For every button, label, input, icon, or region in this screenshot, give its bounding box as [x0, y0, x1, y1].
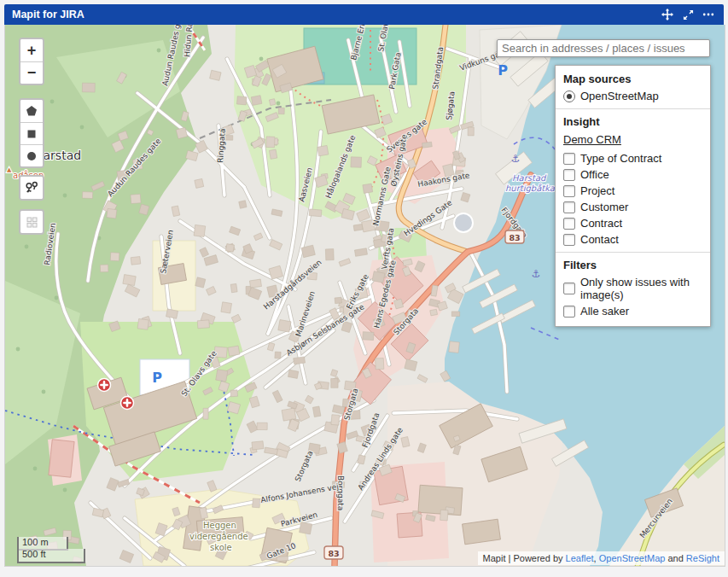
- checkbox-label: Contract: [580, 217, 622, 230]
- checkbox-box[interactable]: [563, 283, 575, 294]
- place-label: skole: [210, 543, 232, 552]
- place-label: ▲: [7, 166, 12, 173]
- scale-imperial: 500 ft: [17, 549, 85, 563]
- checkbox-label: Project: [580, 184, 614, 197]
- map-container[interactable]: StrandgataVidkuns gateSjøgataSverres gat…: [4, 25, 725, 567]
- panel-divider: [556, 108, 710, 109]
- checkbox-label: Only show issues with image(s): [580, 276, 702, 301]
- move-icon[interactable]: [660, 8, 675, 21]
- checkbox-contract[interactable]: Contract: [563, 217, 702, 230]
- filters-checkbox-list: Only show issues with image(s)Alle saker: [563, 276, 702, 318]
- anchor-icon: ⚓: [532, 268, 541, 280]
- resight-link[interactable]: ReSight: [686, 553, 719, 563]
- checkbox-label: Type of Contract: [580, 152, 661, 165]
- openstreetmap-link[interactable]: OpenStreetMap: [599, 553, 666, 563]
- draw-rectangle-button[interactable]: [20, 122, 43, 144]
- svg-text:83: 83: [328, 549, 339, 558]
- scale-control: 100 m 500 ft: [17, 537, 85, 564]
- place-label: Heggen: [203, 521, 236, 530]
- draw-toolbar: [19, 98, 44, 168]
- map-sources-title: Map sources: [563, 73, 702, 85]
- checkbox-box[interactable]: [563, 185, 575, 197]
- checkbox-contact[interactable]: Contact: [563, 233, 702, 246]
- checkbox-box[interactable]: [563, 153, 575, 165]
- gadget-title: Mapit for JIRA: [12, 9, 655, 20]
- more-menu-icon[interactable]: [701, 8, 716, 21]
- parking-icon: P: [152, 370, 162, 386]
- checkbox-customer[interactable]: Customer: [563, 201, 702, 213]
- draw-polygon-button[interactable]: [20, 100, 43, 122]
- grid-toolbar: [19, 209, 44, 235]
- checkbox-label: Customer: [580, 201, 628, 213]
- grid-tool-button[interactable]: [20, 211, 43, 233]
- route-shield: 83: [324, 546, 343, 559]
- gadget-header: Mapit for JIRA: [4, 4, 724, 25]
- search-input[interactable]: [497, 39, 710, 57]
- checkbox-label: Alle saker: [580, 305, 629, 318]
- place-label: videregående: [189, 531, 248, 541]
- street-label: Borggata: [336, 475, 345, 510]
- attribution-prefix: Mapit | Powered by: [483, 553, 566, 563]
- checkbox-box[interactable]: [563, 218, 575, 230]
- place-label: hurtigbåtkai: [505, 184, 558, 194]
- panel-divider: [556, 252, 710, 253]
- checkbox-office[interactable]: Office: [563, 168, 702, 181]
- anchor-icon: ⚓: [511, 153, 521, 165]
- checkbox-label: Office: [580, 168, 609, 181]
- checkbox-box[interactable]: [563, 169, 575, 181]
- grid-icon: [26, 216, 38, 229]
- draw-circle-button[interactable]: [20, 144, 43, 166]
- zoom-in-button[interactable]: +: [20, 39, 43, 61]
- checkbox-box[interactable]: [563, 306, 575, 318]
- leaflet-link[interactable]: Leaflet: [566, 553, 594, 563]
- map-source-label: OpenStreetMap: [580, 90, 659, 102]
- checkbox-only-show-issues-with-image-s-[interactable]: Only show issues with image(s): [563, 276, 702, 301]
- map-pins-icon: [25, 181, 38, 195]
- pentagon-icon: [26, 105, 38, 117]
- checkbox-label: Contact: [580, 233, 619, 246]
- expand-icon[interactable]: [680, 8, 696, 21]
- place-label: Harstad: [512, 173, 547, 183]
- filters-title: Filters: [563, 259, 702, 271]
- checkbox-project[interactable]: Project: [563, 184, 702, 197]
- hospital-marker: [121, 397, 134, 410]
- map-source-openstreetmap[interactable]: OpenStreetMap: [563, 90, 702, 102]
- checkbox-box[interactable]: [563, 201, 575, 213]
- insight-checkbox-list: Type of ContractOfficeProjectCustomerCon…: [563, 152, 702, 246]
- mapit-gadget: Mapit for JIRA: [4, 4, 724, 567]
- parking-icon: P: [498, 62, 508, 79]
- checkbox-type-of-contract[interactable]: Type of Contract: [563, 152, 702, 165]
- svg-text:83: 83: [509, 233, 520, 242]
- insight-title: Insight: [563, 115, 702, 128]
- zoom-control: + −: [19, 38, 44, 85]
- markers-tool-button[interactable]: [20, 177, 43, 199]
- circle-icon: [26, 150, 38, 162]
- square-icon: [26, 128, 38, 140]
- checkbox-box[interactable]: [563, 234, 575, 246]
- hospital-marker: [98, 379, 111, 392]
- markers-toolbar: [19, 175, 44, 201]
- checkbox-alle-saker[interactable]: Alle saker: [563, 305, 702, 318]
- zoom-out-button[interactable]: −: [20, 61, 43, 84]
- route-shield: 83: [505, 230, 524, 243]
- map-options-panel: Map sources OpenStreetMap Insight Demo C…: [555, 65, 711, 327]
- attribution: Mapit | Powered by Leaflet, OpenStreetMa…: [478, 551, 725, 565]
- insight-demo-crm-link[interactable]: Demo CRM: [563, 133, 621, 146]
- radio-selected-icon[interactable]: [563, 90, 575, 102]
- attribution-sep: and: [665, 553, 685, 563]
